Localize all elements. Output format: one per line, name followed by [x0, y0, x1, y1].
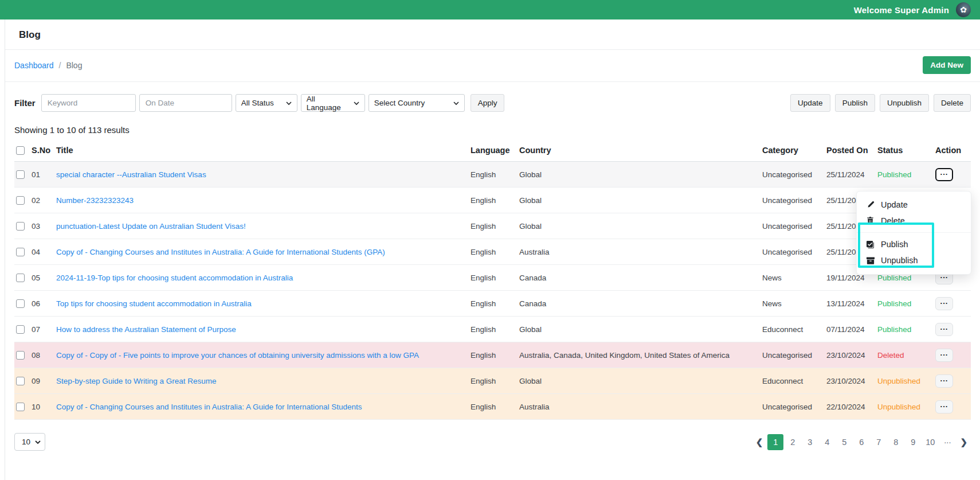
language-select-value: All Language: [307, 95, 349, 112]
row-action-menu-button[interactable]: ...: [935, 168, 953, 181]
row-checkbox[interactable]: [16, 248, 25, 256]
filter-label: Filter: [14, 98, 36, 108]
page-button[interactable]: 3: [802, 434, 818, 450]
bulk-unpublish-button[interactable]: Unpublish: [880, 94, 929, 112]
row-language: English: [471, 274, 519, 282]
menu-divider: [857, 232, 971, 233]
row-checkbox[interactable]: [16, 325, 25, 334]
page-button[interactable]: 6: [853, 434, 869, 450]
row-checkbox[interactable]: [16, 222, 25, 231]
bulk-update-button[interactable]: Update: [790, 94, 830, 112]
row-checkbox[interactable]: [16, 170, 25, 179]
on-date-input[interactable]: [139, 94, 232, 112]
breadcrumb-separator: /: [59, 61, 61, 70]
menu-item-unpublish[interactable]: Unpublish: [857, 252, 971, 268]
blog-title-link[interactable]: Number-23232323243: [56, 196, 471, 205]
menu-item-publish[interactable]: Publish: [857, 236, 971, 252]
row-posted-on: 07/11/2024: [826, 325, 877, 334]
row-sno: 10: [32, 403, 56, 411]
row-country: Global: [519, 170, 762, 179]
table-row: 06 Top tips for choosing student accommo…: [14, 291, 971, 317]
row-sno: 02: [32, 196, 56, 205]
country-select-value: Select Country: [374, 99, 425, 107]
page-size-value: 10: [22, 438, 30, 446]
row-category: Uncategorised: [762, 403, 826, 411]
row-checkbox[interactable]: [16, 403, 25, 411]
status-badge: Published: [877, 325, 935, 334]
bulk-action-buttons: Update Publish Unpublish Delete: [790, 94, 971, 112]
row-action-menu-button[interactable]: ...: [935, 297, 953, 310]
header-category: Category: [762, 146, 826, 155]
blog-title-link[interactable]: How to address the Australian Statement …: [56, 325, 471, 334]
breadcrumb-dashboard-link[interactable]: Dashboard: [14, 61, 54, 70]
row-sno: 03: [32, 222, 56, 231]
menu-item-update[interactable]: Update: [857, 197, 971, 213]
row-sno: 07: [32, 325, 56, 334]
blog-title-link[interactable]: special character --Australian Student V…: [56, 170, 471, 179]
flower-avatar-icon: ✿: [960, 6, 967, 14]
bulk-delete-button[interactable]: Delete: [934, 94, 971, 112]
pencil-icon: [867, 201, 875, 209]
page-size-select[interactable]: 10: [14, 433, 45, 451]
trash-icon: [867, 217, 875, 225]
row-checkbox[interactable]: [16, 299, 25, 308]
chevron-right-icon[interactable]: ❯: [957, 437, 971, 447]
row-sno: 05: [32, 274, 56, 282]
page-button[interactable]: 2: [785, 434, 801, 450]
blog-title-link[interactable]: Top tips for choosing student accommodat…: [56, 299, 471, 308]
menu-item-label: Update: [881, 200, 908, 209]
chevron-left-icon[interactable]: ❮: [752, 437, 767, 447]
menu-item-label: Publish: [881, 240, 908, 249]
row-language: English: [471, 299, 519, 308]
row-country: Global: [519, 377, 762, 385]
blog-title-link[interactable]: punctuation-Latest Update on Australian …: [56, 222, 471, 231]
bulk-publish-button[interactable]: Publish: [835, 94, 875, 112]
blog-title-link[interactable]: 2024-11-19-Top tips for choosing student…: [56, 274, 471, 282]
add-new-button[interactable]: Add New: [923, 56, 971, 74]
row-action-menu-button[interactable]: ...: [935, 400, 953, 413]
user-avatar[interactable]: ✿: [956, 2, 971, 17]
row-language: English: [471, 170, 519, 179]
row-checkbox[interactable]: [16, 196, 25, 205]
page-button[interactable]: 1: [767, 434, 783, 450]
row-checkbox[interactable]: [16, 351, 25, 360]
language-select[interactable]: All Language: [301, 94, 365, 112]
blog-title-link[interactable]: Copy of - Changing Courses and Institute…: [56, 248, 471, 256]
page-title: Blog: [19, 29, 966, 41]
page-button[interactable]: 10: [922, 434, 938, 450]
status-select[interactable]: All Status: [236, 94, 297, 112]
page-button[interactable]: 9: [905, 434, 921, 450]
apply-button[interactable]: Apply: [471, 94, 505, 112]
filter-row: Filter All Status All Language Select: [14, 94, 971, 112]
row-action-menu-button[interactable]: ...: [935, 349, 953, 362]
page-button[interactable]: 8: [888, 434, 904, 450]
row-sno: 06: [32, 299, 56, 308]
table-row: 05 2024-11-19-Top tips for choosing stud…: [14, 265, 971, 291]
row-language: English: [471, 196, 519, 205]
page-button[interactable]: 7: [871, 434, 887, 450]
row-sno: 08: [32, 351, 56, 360]
row-posted-on: 23/10/2024: [826, 377, 877, 385]
row-category: News: [762, 299, 826, 308]
keyword-input[interactable]: [41, 94, 136, 112]
row-language: English: [471, 248, 519, 256]
page-button[interactable]: 5: [836, 434, 852, 450]
row-checkbox[interactable]: [16, 274, 25, 282]
blog-title-link[interactable]: Copy of - Changing Courses and Institute…: [56, 403, 471, 411]
row-country: Australia, Canada, United Kingdom, Unite…: [519, 351, 762, 360]
blog-table: S.No Title Language Country Category Pos…: [14, 142, 971, 420]
row-action-menu-button[interactable]: ...: [935, 323, 953, 336]
blog-title-link[interactable]: Copy of - Copy of - Five points to impro…: [56, 351, 471, 360]
page-button[interactable]: 4: [819, 434, 835, 450]
header-country: Country: [519, 146, 762, 155]
row-checkbox[interactable]: [16, 377, 25, 385]
chevron-down-icon: [35, 439, 41, 445]
select-all-checkbox[interactable]: [16, 146, 25, 155]
header-sno: S.No: [32, 146, 56, 155]
country-select[interactable]: Select Country: [369, 94, 465, 112]
menu-item-delete[interactable]: Delete: [857, 213, 971, 229]
breadcrumb: Dashboard / Blog: [14, 61, 82, 70]
blog-title-link[interactable]: Step-by-step Guide to Writing a Great Re…: [56, 377, 471, 385]
pagination-ellipsis: ...: [939, 436, 955, 448]
row-action-menu-button[interactable]: ...: [935, 374, 953, 388]
